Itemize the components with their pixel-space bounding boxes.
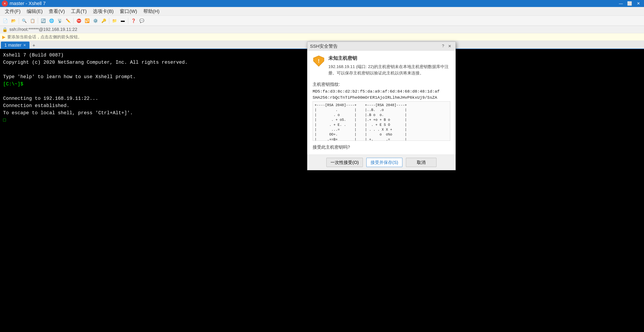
dialog-header-content: 未知主机密钥 192.168.19.11 (端口: 22)的主机密钥未在本地主机… bbox=[328, 55, 450, 76]
menu-bar: 文件(F) 编辑(E) 查看(V) 工具(T) 选项卡(B) 窗口(W) 帮助(… bbox=[0, 7, 644, 16]
dialog-close-button[interactable]: ✕ bbox=[446, 43, 453, 49]
disconnect-button[interactable]: ⛔ bbox=[75, 17, 83, 25]
accept-save-button[interactable]: 接受并保存(S) bbox=[366, 158, 402, 167]
dialog-question: 接受此主机密钥吗? bbox=[312, 144, 450, 150]
menu-tabs[interactable]: 选项卡(B) bbox=[90, 7, 117, 16]
compose-button[interactable]: 📁 bbox=[110, 17, 118, 25]
open-button[interactable]: 📂 bbox=[10, 17, 18, 25]
toolbar: 📄 📂 🔍 📋 🔄 🌐 📡 ✏️ ⛔ 🔁 ⚙️ 🔑 📁 ▬ ❓ 💬 bbox=[0, 16, 644, 26]
macro-button[interactable]: ▬ bbox=[119, 17, 127, 25]
hint-bar: ▶ 要添加当前会话，点击左侧的箭头按钮。 bbox=[0, 33, 644, 41]
menu-view[interactable]: 查看(V) bbox=[46, 7, 68, 16]
prompt-1: [C:\~]$ bbox=[3, 81, 23, 87]
hint-icon: ▶ bbox=[2, 34, 6, 40]
lock-icon: 🔒 bbox=[2, 27, 8, 32]
title-bar: ✕ master - Xshell 7 — ⬜ ✕ bbox=[0, 0, 644, 7]
dialog-warning-icon: ! bbox=[312, 55, 325, 67]
window-title: master - Xshell 7 bbox=[10, 1, 617, 6]
dialog-help-button[interactable]: ? bbox=[440, 43, 446, 49]
new-session-button[interactable]: 📄 bbox=[1, 17, 9, 25]
accept-once-button[interactable]: 一次性接受(O) bbox=[326, 158, 363, 167]
minimize-button[interactable]: — bbox=[617, 1, 625, 7]
dialog-footer: 一次性接受(O) 接受并保存(S) 取消 bbox=[307, 154, 456, 170]
settings-button[interactable]: ⚙️ bbox=[92, 17, 100, 25]
refresh-button[interactable]: 🔄 bbox=[39, 17, 47, 25]
menu-file[interactable]: 文件(F) bbox=[2, 7, 24, 16]
ascii-art-display: +----[RSA 2048]----+ +----[RSA 2048]----… bbox=[312, 101, 450, 141]
copy-button[interactable]: 📋 bbox=[28, 17, 36, 25]
chat-button[interactable]: 💬 bbox=[138, 17, 146, 25]
help-button[interactable]: ❓ bbox=[130, 17, 138, 25]
connect-button[interactable]: 🌐 bbox=[48, 17, 56, 25]
script-button[interactable]: ✏️ bbox=[64, 17, 72, 25]
dialog-body: ! 未知主机密钥 192.168.19.11 (端口: 22)的主机密钥未在本地… bbox=[307, 51, 456, 154]
dialog-header: ! 未知主机密钥 192.168.19.11 (端口: 22)的主机密钥未在本地… bbox=[312, 55, 450, 76]
close-button[interactable]: ✕ bbox=[634, 1, 642, 7]
dialog-title-bar: SSH安全警告 ? ✕ bbox=[307, 42, 456, 51]
toolbar-sep-5 bbox=[128, 18, 128, 24]
sha256-fingerprint: SHA256:rbQcTnTiPhe00mOrER1AjoIRLlhmJHvP6… bbox=[312, 95, 450, 100]
toolbar-sep-4 bbox=[109, 18, 109, 24]
new-tab-button[interactable]: + bbox=[30, 43, 37, 49]
ssh-security-dialog: SSH安全警告 ? ✕ ! 未知主机密钥 192.168.19.11 (端口: … bbox=[307, 42, 456, 170]
fingerprint-label: 主机密钥指纹: bbox=[312, 81, 450, 87]
dialog-header-title: 未知主机密钥 bbox=[328, 55, 450, 62]
find-button[interactable]: 🔍 bbox=[20, 17, 28, 25]
md5-fingerprint: MD5:fa:d3:8c:d2:b2:f5:da:a9:af:6d:84:68:… bbox=[312, 89, 450, 94]
transfer-button[interactable]: 📡 bbox=[56, 17, 64, 25]
key-button[interactable]: 🔑 bbox=[100, 17, 108, 25]
menu-window[interactable]: 窗口(W) bbox=[117, 7, 140, 16]
tab-close-button[interactable]: ✕ bbox=[23, 43, 26, 47]
tab-master[interactable]: 1 master ✕ bbox=[1, 42, 30, 49]
dialog-fingerprint-section: 主机密钥指纹: MD5:fa:d3:8c:d2:b2:f5:da:a9:af:6… bbox=[312, 80, 450, 100]
cancel-button[interactable]: 取消 bbox=[406, 158, 436, 167]
svg-text:!: ! bbox=[318, 58, 320, 64]
menu-tools[interactable]: 工具(T) bbox=[68, 7, 90, 16]
toolbar-sep-1 bbox=[19, 18, 19, 24]
address-text: ssh://root:******@192.168.19.11:22 bbox=[10, 27, 77, 32]
reconnect-button[interactable]: 🔁 bbox=[83, 17, 91, 25]
menu-edit[interactable]: 编辑(E) bbox=[24, 7, 46, 16]
dialog-title: SSH安全警告 bbox=[310, 43, 440, 49]
hint-text: 要添加当前会话，点击左侧的箭头按钮。 bbox=[7, 34, 82, 40]
toolbar-sep-2 bbox=[38, 18, 38, 24]
dialog-header-desc: 192.168.19.11 (端口: 22)的主机密钥未在本地主机密钥数据库中注… bbox=[328, 64, 450, 76]
window-controls: — ⬜ ✕ bbox=[617, 1, 642, 7]
maximize-button[interactable]: ⬜ bbox=[626, 1, 634, 7]
menu-help[interactable]: 帮助(H) bbox=[140, 7, 163, 16]
cursor-char: □ bbox=[3, 117, 6, 123]
app-logo: ✕ bbox=[2, 1, 8, 7]
tab-label: 1 master bbox=[4, 43, 22, 48]
address-bar: 🔒 ssh://root:******@192.168.19.11:22 bbox=[0, 26, 644, 33]
